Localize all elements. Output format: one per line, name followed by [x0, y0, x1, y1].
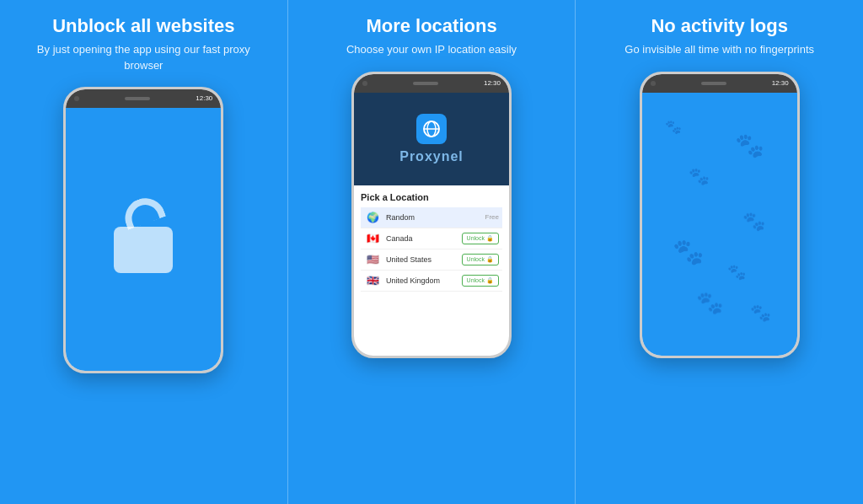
paw-5: 🐾 [727, 263, 746, 281]
unlock-btn-uk[interactable]: Unlock 🔒 [462, 275, 499, 287]
paw-3: 🐾 [742, 211, 765, 233]
lock-icon-us: 🔒 [486, 256, 494, 263]
paw-6: 🐾 [696, 290, 723, 316]
lock-icon-canada: 🔒 [486, 235, 494, 242]
phone-camera-2 [362, 81, 367, 86]
location-name-canada: Canada [386, 234, 457, 243]
location-item-canada: 🇨🇦 Canada Unlock 🔒 [361, 228, 502, 249]
phone-camera-3 [651, 81, 656, 86]
paw-7: 🐾 [750, 303, 771, 323]
proxynel-app-name: Proxynel [399, 149, 464, 164]
status-time-2: 12:30 [484, 79, 501, 87]
status-bar-1: 12:30 [196, 94, 212, 102]
panel-unblock: Unblock all websites By just opening the… [0, 0, 288, 504]
unlock-btn-canada[interactable]: Unlock 🔒 [462, 233, 499, 244]
phone-topbar-3: 12:30 [642, 74, 797, 93]
panel-unblock-subtitle: By just opening the app using our fast p… [17, 42, 271, 72]
location-name-us: United States [386, 255, 457, 264]
proxynel-header: Proxynel [354, 93, 509, 185]
paw-1: 🐾 [735, 131, 764, 159]
phone-mockup-1: 12:30 [63, 87, 223, 373]
paw-4: 🐾 [673, 237, 704, 266]
phone-topbar-2: 12:30 [354, 74, 509, 93]
status-time-1: 12:30 [196, 94, 212, 102]
location-name-random: Random [386, 213, 480, 222]
phone-screen-paws: 🐾 🐾 🐾 🐾 🐾 🐾 🐾 🐾 [642, 93, 797, 356]
phone-speaker-1 [125, 97, 150, 100]
phone-screen-blue [66, 108, 221, 371]
location-item-random: 🌍 Random Free [361, 207, 502, 228]
phone-screen-locations: Proxynel Pick a Location 🌍 Random Free [354, 93, 509, 356]
location-name-uk: United Kingdom [386, 276, 457, 285]
lock-icon [114, 205, 173, 273]
panel-locations: More locations Choose your own IP locati… [288, 0, 576, 504]
location-list-title: Pick a Location [361, 192, 502, 202]
panel-locations-subtitle: Choose your own IP location easily [346, 42, 517, 57]
lock-shackle [120, 193, 166, 231]
phone-topbar-1: 12:30 [66, 89, 221, 108]
phone-speaker-3 [701, 82, 726, 85]
proxynel-logo [416, 114, 447, 144]
phone-mockup-2: 12:30 Proxynel [351, 72, 512, 358]
paw-2: 🐾 [689, 166, 710, 186]
location-badge-random: Free [485, 213, 499, 221]
location-item-uk: 🇬🇧 United Kingdom Unlock 🔒 [361, 271, 502, 292]
location-item-us: 🇺🇸 United States Unlock 🔒 [361, 249, 502, 271]
status-bar-3: 12:30 [772, 79, 789, 87]
panel-nologs-subtitle: Go invisible all time with no fingerprin… [624, 42, 814, 57]
flag-random: 🌍 [364, 212, 381, 223]
flag-uk: 🇬🇧 [364, 275, 381, 287]
globe-icon [422, 120, 441, 138]
panel-locations-title: More locations [366, 15, 496, 37]
location-list: Pick a Location 🌍 Random Free 🇨🇦 Canada [354, 185, 509, 356]
paw-print-container: 🐾 🐾 🐾 🐾 🐾 🐾 🐾 🐾 [642, 93, 797, 356]
unlock-btn-us[interactable]: Unlock 🔒 [462, 254, 499, 265]
panel-unblock-title: Unblock all websites [52, 15, 234, 37]
status-bar-2: 12:30 [484, 79, 501, 87]
phone-camera-1 [74, 96, 79, 101]
phone-mockup-3: 12:30 🐾 🐾 🐾 🐾 🐾 🐾 🐾 🐾 [640, 72, 800, 358]
flag-canada: 🇨🇦 [364, 233, 381, 244]
paw-8: 🐾 [665, 119, 682, 135]
panel-nologs-title: No activity logs [651, 15, 788, 37]
lock-body [114, 227, 173, 273]
flag-us: 🇺🇸 [364, 254, 381, 265]
status-time-3: 12:30 [772, 79, 789, 87]
panel-nologs: No activity logs Go invisible all time w… [576, 0, 863, 504]
phone-speaker-2 [413, 82, 438, 85]
lock-icon-uk: 🔒 [486, 277, 494, 284]
